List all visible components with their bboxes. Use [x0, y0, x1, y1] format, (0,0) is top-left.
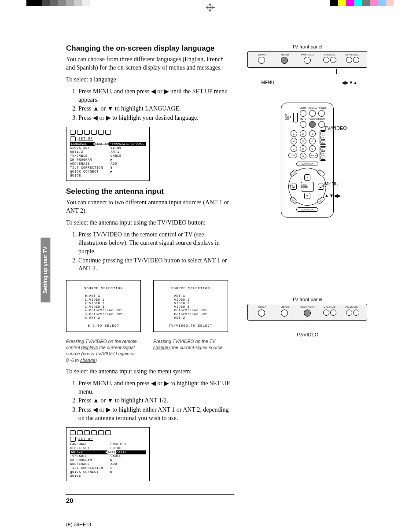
lang-step: Press ◀ or ▶ to highlight your desired l… [78, 114, 234, 122]
menu-button[interactable] [281, 57, 288, 64]
callout-tv-video: TV/VIDEO [247, 332, 368, 337]
stretch-button[interactable]: STRETCH [289, 196, 298, 205]
dpad: SOURCE PIC SIZE ▲ ◀ FAV▼ MENU/ ENTER ▶ F… [288, 168, 326, 206]
antenna-lead-tvbtn: To select the antenna input using the TV… [66, 219, 234, 227]
num-9-button[interactable]: 9 [309, 145, 316, 152]
antenna-step: Press ◀ or ▶ to highlight either ANT 1 o… [78, 406, 234, 423]
lang-intro: You can choose from three different lang… [66, 55, 234, 72]
volume-up-button[interactable] [330, 57, 336, 63]
num-5-button[interactable]: 5 [300, 138, 306, 144]
callout-menu: MENU [262, 80, 274, 85]
volume-up-button[interactable] [330, 310, 336, 316]
heading-antenna: Selecting the antenna input [66, 187, 234, 196]
mute-button[interactable] [300, 121, 306, 128]
callout-arrows: ◀▶▼▲ [342, 80, 357, 85]
timer-button[interactable] [318, 121, 325, 128]
num-8-button[interactable]: 8 [300, 145, 306, 152]
illustration-front-panel-tvvideo: TV front panel DEMOMENU TV/VIDEOVOLUME C… [247, 297, 368, 337]
num-6-button[interactable]: 6 [309, 138, 316, 144]
power-button[interactable] [318, 110, 325, 117]
caption-tv: Pressing TV/VIDEO on the TV changes the … [153, 338, 228, 350]
channel-rocker[interactable]: ▲CH▼ [320, 130, 326, 145]
osd-row-highlighted: LANGUAGE ◀ENGLISH/FRANCAIS/ESPANOL [70, 142, 146, 146]
volume-rocker[interactable]: ▲VOL▼ [320, 146, 326, 161]
osd-row-highlighted: ANT1/2 ◀ANT1/ANT2 [70, 450, 146, 454]
lang-steps-list: Press MENU, and then press ◀ or ▶ until … [66, 88, 234, 123]
num-1-button[interactable]: 1 [291, 130, 297, 137]
osd-setup-language: SET UP LANGUAGE ◀ENGLISH/FRANCAIS/ESPANO… [66, 127, 150, 181]
osd-source-selection-remote: SOURCE SELECTION 0:ANT 11:VIDEO 1 2:VIDE… [66, 280, 141, 332]
demo-button[interactable] [258, 310, 265, 317]
tv-icon [70, 136, 76, 141]
pic-size-button[interactable]: PIC SIZE [317, 169, 325, 177]
num-4-button[interactable]: 4 [291, 138, 297, 144]
osd-setup-antenna: SET UP LANGUAGEENGLISH CLOCK SET00:00 AN… [66, 427, 150, 481]
mode-switch[interactable] [293, 113, 298, 122]
page-number: 20 [66, 494, 234, 504]
menu-enter-button[interactable]: MENU/ ENTER [301, 182, 314, 192]
channel-up-button[interactable] [353, 310, 359, 316]
adv-pip-button[interactable]: ADV/ PIP CH [296, 207, 318, 212]
ch-rtn-button[interactable]: CH RTN [309, 153, 318, 158]
illustration-front-panel-menu: TV front panel DEMOMENU TV/VIDEOVOLUME C… [247, 44, 368, 85]
osd-source-selection-tv: SOURCE SELECTION ANT 1VIDEO 1 VIDEO 2VID… [153, 280, 228, 332]
light-button[interactable] [300, 110, 306, 117]
num-3-button[interactable]: 3 [309, 130, 316, 137]
volume-down-button[interactable] [323, 310, 329, 316]
tv-video-button[interactable] [309, 121, 316, 128]
demo-button[interactable] [258, 57, 265, 64]
antenna-step: Press TV/VIDEO on the remote control or … [78, 231, 234, 256]
num-100-button[interactable]: 100 [288, 153, 297, 158]
lang-step: Press MENU, and then press ◀ or ▶ until … [78, 88, 234, 104]
num-0-button[interactable]: 0 [300, 153, 306, 159]
channel-down-button[interactable] [346, 57, 352, 63]
volume-down-button[interactable] [323, 57, 329, 63]
recall-button[interactable] [309, 110, 316, 117]
antenna-step: Press ▲ or ▼ to highlight ANT 1/2. [78, 397, 234, 405]
osd-title: SET UP [78, 437, 93, 441]
source-button[interactable]: SOURCE [289, 169, 298, 177]
callout-menu: MENU [324, 181, 339, 186]
dpad-down[interactable]: ▼ [304, 193, 310, 199]
tv-video-button[interactable] [304, 57, 311, 64]
osd-title: SET UP [78, 137, 93, 141]
antenna-lead-menu: To select the antenna input using the me… [66, 368, 234, 376]
tv-icon [70, 437, 76, 442]
antenna-steps-menu: Press MENU, and then press ◀ or ▶ to hig… [66, 380, 234, 423]
dpad-up[interactable]: ▲ [304, 174, 310, 181]
heading-language: Changing the on-screen display language [66, 44, 234, 53]
adv-pip-button[interactable]: ADV/ PIP CH [296, 162, 318, 166]
illustration-remote: TV CABLE VCR LIGHTRECALLPOWER [247, 103, 368, 218]
channel-down-button[interactable] [346, 310, 352, 316]
tv-video-button[interactable] [304, 310, 311, 317]
antenna-intro: You can connect to two different antenna… [66, 199, 234, 215]
antenna-step: Continue pressing the TV/VIDEO button to… [78, 257, 234, 273]
num-2-button[interactable]: 2 [300, 130, 306, 137]
menu-button[interactable] [281, 310, 288, 317]
num-7-button[interactable]: 7 [291, 145, 297, 152]
antenna-step: Press MENU, and then press ◀ or ▶ to hig… [78, 380, 234, 396]
callout-tv-video: TV/VIDEO [324, 125, 347, 131]
caption-remote: Pressing TV/VIDEO on the remote control … [66, 338, 141, 363]
antenna-steps-tvbtn: Press TV/VIDEO on the remote control or … [66, 231, 234, 273]
callout-arrows: ▲▼◀▶ [324, 193, 341, 199]
footer-document-code: (E) 36HF13 [66, 522, 367, 527]
channel-up-button[interactable] [353, 57, 359, 63]
lang-step: Press ▲ or ▼ to highlight LANGUAGE. [78, 105, 234, 113]
lang-lead: To select a language: [66, 76, 234, 84]
